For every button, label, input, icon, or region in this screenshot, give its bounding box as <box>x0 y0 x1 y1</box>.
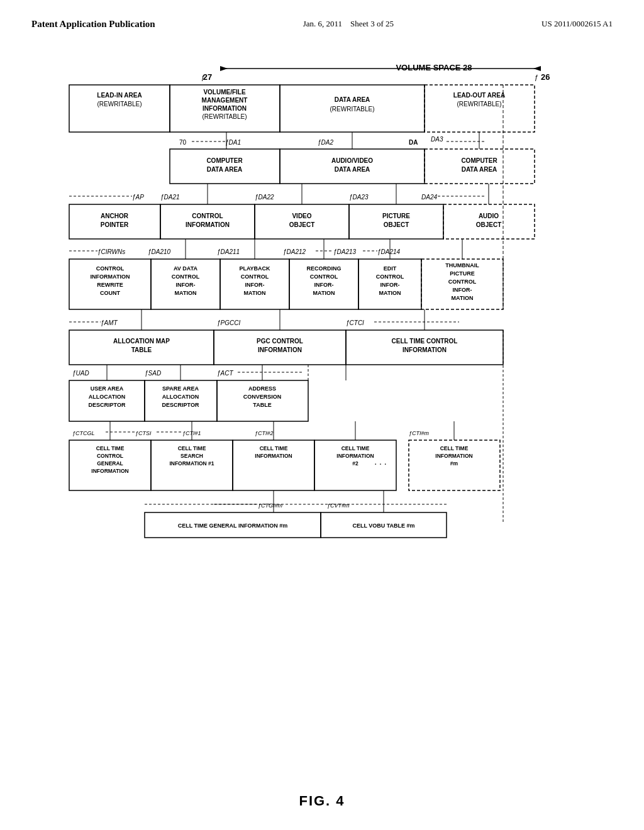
sad-label: ƒSAD <box>145 370 161 377</box>
comp-data-left2: DATA AREA <box>207 166 243 173</box>
da2-label: ƒDA2 <box>318 139 333 146</box>
da210-label: ƒDA210 <box>148 248 171 255</box>
cvtm-label: ƒCVT#m <box>327 502 350 509</box>
ref-26-label: 26 <box>541 72 550 82</box>
recording1: RECORDING <box>306 265 341 272</box>
anchor-ptr1: ANCHOR <box>101 213 129 219</box>
data-area-line2: (REWRITABLE) <box>330 106 375 113</box>
addr-conv3: TABLE <box>253 402 271 408</box>
ctrl-info1: CONTROL <box>192 213 223 219</box>
cell-time-ctrl2: INFORMATION <box>402 346 447 353</box>
ctrl-info-rewrite1: CONTROL <box>96 265 125 272</box>
ctgi-box: CELL TIME GENERAL INFORMATION #m <box>178 523 288 529</box>
cti2-box2: INFORMATION <box>336 453 374 459</box>
ctrl-info-rewrite4: COUNT <box>100 290 120 296</box>
cti2-box3: #2 <box>352 460 358 467</box>
ctcgl-label: ƒCTCGL <box>72 430 95 436</box>
da21-label: ƒDA21 <box>160 194 180 201</box>
ctsi-label: ƒCTSI <box>135 430 152 436</box>
audio-obj2: OBJECT <box>476 221 502 228</box>
addr-conv2: CONVERSION <box>243 394 282 400</box>
recording4: MATION <box>313 290 335 296</box>
thumbnail4: INFOR- <box>453 287 472 293</box>
cell-time-ctrl1: CELL TIME CONTROL <box>392 338 458 345</box>
playback3: INFOR- <box>245 282 265 288</box>
video-obj1: VIDEO <box>292 213 311 219</box>
comp-data-right1: COMPUTER <box>461 157 497 164</box>
edit4: MATION <box>379 290 401 296</box>
ctim-box2: INFORMATION <box>435 453 472 459</box>
thumbnail3: CONTROL <box>448 279 477 285</box>
thumbnail1: THUMBNAIL <box>445 262 479 268</box>
edit1: EDIT <box>384 265 397 272</box>
figure-label: FIG. 4 <box>31 793 613 809</box>
av-ctrl3: INFOR- <box>176 282 196 288</box>
picture-obj1: PICTURE <box>382 213 410 219</box>
svg-marker-2 <box>533 66 541 71</box>
ctcgl-box2: CONTROL <box>97 453 123 459</box>
av-data1: AUDIO/VIDEO <box>331 157 373 164</box>
cvt-box: CELL VOBU TABLE #m <box>352 523 414 529</box>
da24-label: DA24 <box>421 194 437 201</box>
pgc-ctrl1: PGC CONTROL <box>257 338 303 345</box>
data-area-line1: DATA AREA <box>335 96 370 103</box>
svg-marker-1 <box>220 66 228 71</box>
lead-in-line1: LEAD-IN AREA <box>97 92 142 99</box>
comp-data-left1: COMPUTER <box>206 157 243 164</box>
da-label: DA <box>409 139 418 146</box>
pgcci-label: ƒPGCCI <box>217 319 240 326</box>
da22-label: ƒDA22 <box>255 194 274 201</box>
playback4: MATION <box>244 290 266 296</box>
thumbnail5: MATION <box>452 295 474 301</box>
da3-label: DA3 <box>431 136 443 143</box>
thumbnail2: PICTURE <box>450 270 475 277</box>
audio-obj1: AUDIO <box>479 213 499 219</box>
pgc-ctrl2: INFORMATION <box>258 346 302 353</box>
alloc-map1: ALLOCATION MAP <box>113 338 170 345</box>
da23-label: ƒDA23 <box>349 194 369 201</box>
anchor-ptr2: POINTER <box>101 221 129 228</box>
dots1: · · · <box>374 458 386 468</box>
da1-label: ƒDA1 <box>225 139 241 146</box>
ctgim-label: ƒCTGI#m <box>258 502 283 509</box>
lead-in-line2: (REWRITABLE) <box>97 101 142 108</box>
ref-27: ƒ <box>201 74 205 81</box>
edit2: CONTROL <box>376 274 404 280</box>
ctim-label: ƒCTI#m <box>409 430 430 436</box>
ctim-box1: CELL TIME <box>440 445 469 451</box>
user-area1: USER AREA <box>91 385 124 392</box>
lead-out-line1: LEAD-OUT AREA <box>453 92 505 99</box>
spare-area2: ALLOCATION <box>162 394 199 400</box>
recording3: INFOR- <box>314 282 334 288</box>
volume-space-label: VOLUME SPACE 28 <box>396 63 472 72</box>
vfm-line3: INFORMATION <box>203 105 247 112</box>
av-ctrl4: MATION <box>175 290 197 296</box>
ctrl-info2: INFORMATION <box>186 221 230 228</box>
picture-obj2: OBJECT <box>384 221 409 228</box>
ctcgl-box4: INFORMATION <box>91 468 128 474</box>
playback2: CONTROL <box>241 274 269 280</box>
spare-area3: DESCRIPTOR <box>162 402 199 408</box>
vfm-line4: (REWRITABLE) <box>203 113 247 120</box>
ctrl-info-rewrite3: REWRITE <box>97 282 123 288</box>
ctsi-box2: SEARCH <box>180 453 203 459</box>
uad-label: ƒUAD <box>72 370 89 377</box>
header-sheet: Sheet 3 of 25 <box>350 19 394 28</box>
ctim-box3: #m <box>450 460 458 467</box>
user-area2: ALLOCATION <box>89 394 125 400</box>
da211-label: ƒDA211 <box>217 248 240 255</box>
lead-out-line2: (REWRITABLE) <box>457 101 502 108</box>
cti1-box2: INFORMATION <box>255 453 292 459</box>
ctrl-info-rewrite2: INFORMATION <box>91 274 130 280</box>
act-label: ƒACT <box>217 370 233 377</box>
ctsi-box3: INFORMATION #1 <box>169 460 214 467</box>
ref-70: 70 <box>179 139 187 146</box>
page-header: Patent Application Publication Jan. 6, 2… <box>0 0 644 36</box>
vfm-line2: MANAGEMENT <box>202 97 248 104</box>
cti2-box1: CELL TIME <box>341 445 370 451</box>
playback1: PLAYBACK <box>239 265 270 272</box>
comp-data-right2: DATA AREA <box>462 166 497 173</box>
av-data2: DATA AREA <box>335 166 370 173</box>
ctsi-box1: CELL TIME <box>178 445 206 451</box>
ctcgl-box1: CELL TIME <box>96 445 125 451</box>
